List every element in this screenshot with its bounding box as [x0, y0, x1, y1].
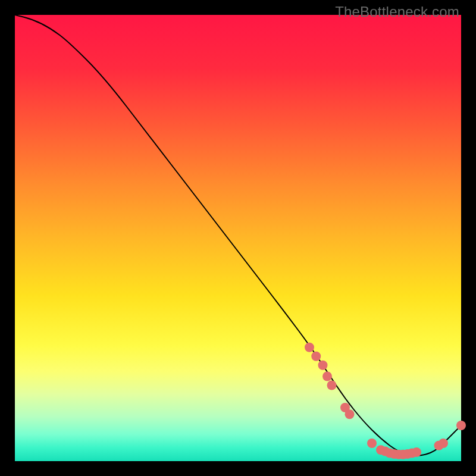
data-marker — [322, 372, 332, 381]
data-marker — [318, 361, 328, 370]
plot-area — [15, 15, 461, 461]
data-marker — [439, 439, 448, 448]
chart-svg — [15, 15, 461, 461]
watermark-text: TheBottleneck.com — [335, 4, 459, 20]
data-marker — [311, 352, 321, 361]
data-marker — [456, 421, 466, 430]
data-marker — [305, 343, 314, 352]
chart-container: TheBottleneck.com — [0, 0, 476, 476]
data-marker — [367, 439, 377, 448]
data-marker — [345, 409, 355, 419]
data-marker — [327, 381, 337, 390]
data-marker — [412, 447, 421, 457]
bottleneck-curve — [15, 15, 461, 456]
